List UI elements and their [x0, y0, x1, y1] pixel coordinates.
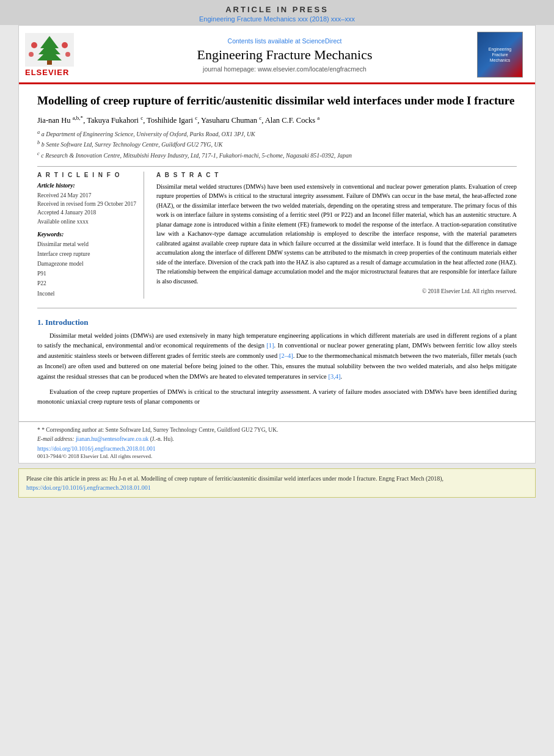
intro-para-2: Evaluation of the creep rupture properti… [37, 387, 517, 408]
accepted-date: Accepted 4 January 2018 [37, 208, 136, 217]
email-link[interactable]: jianan.hu@sentesoftware.co.uk [76, 436, 148, 442]
journal-title-area: Contents lists available at ScienceDirec… [92, 37, 477, 73]
intro-para-1: Dissimilar metal welded joints (DMWs) ar… [37, 331, 517, 382]
elsevier-logo-area: ELSEVIER [25, 33, 92, 77]
keyword-3: Damagezone model [37, 259, 136, 269]
two-col-section: A R T I C L E I N F O Article history: R… [37, 172, 517, 299]
email-person-note: (J.-n. Hu). [150, 436, 174, 442]
cite-3-4[interactable]: [3,4] [328, 373, 340, 380]
contents-label: Contents lists available at [228, 37, 301, 45]
svg-point-8 [65, 52, 70, 57]
elsevier-logo: ELSEVIER [25, 33, 92, 77]
abstract-paragraph: Dissimilar metal welded structures (DMWs… [156, 182, 517, 286]
svg-point-5 [31, 42, 37, 48]
svg-point-6 [62, 42, 68, 48]
keyword-2: Interface creep rupture [37, 249, 136, 259]
footnote-section: * * Corresponding author at: Sente Softw… [19, 421, 535, 463]
copyright-line: © 2018 Elsevier Ltd. All rights reserved… [156, 288, 517, 294]
keyword-4: P91 [37, 269, 136, 278]
author-chuman: Yasuharu Chuman [201, 116, 259, 125]
affil-a: a a Department of Engineering Science, U… [37, 129, 517, 139]
email-note: E-mail address: jianan.hu@sentesoftware.… [37, 435, 517, 443]
elsevier-brand-text: ELSEVIER [25, 68, 69, 77]
intro-body-text: Dissimilar metal welded joints (DMWs) ar… [37, 331, 517, 408]
email-label: E-mail address: [37, 436, 75, 442]
bottom-notice: Please cite this article in press as: Hu… [18, 468, 536, 498]
science-direct-link[interactable]: ScienceDirect [302, 37, 342, 45]
keyword-5: P22 [37, 278, 136, 288]
journal-title: Engineering Fracture Mechanics [92, 47, 477, 63]
author-fukahori: Takuya Fukahori [87, 116, 140, 125]
article-history-label: Article history: [37, 182, 136, 189]
affil-b: b b Sente Software Ltd, Surrey Technolog… [37, 139, 517, 149]
contents-line: Contents lists available at ScienceDirec… [92, 37, 477, 45]
author-igari: Toshihide Igari [147, 116, 195, 125]
article-info-heading: A R T I C L E I N F O [37, 172, 136, 178]
received-revised-date: Received in revised form 29 October 2017 [37, 200, 136, 208]
article-info-col: A R T I C L E I N F O Article history: R… [37, 172, 144, 299]
bottom-notice-text: Please cite this article in press as: Hu… [26, 475, 443, 482]
received-date: Received 24 May 2017 [37, 191, 136, 200]
article-body: Modelling of creep rupture of ferritic/a… [19, 84, 535, 305]
journal-ref-line: Engineering Fracture Mechanics xxx (2018… [0, 15, 554, 23]
doi-link[interactable]: https://doi.org/10.1016/j.engfracmech.20… [37, 446, 156, 452]
journal-homepage: journal homepage: www.elsevier.com/locat… [92, 65, 477, 73]
affil-sup-hu: a,b,* [73, 115, 84, 121]
affil-c: c c Research & Innovation Centre, Mitsub… [37, 150, 517, 160]
bottom-notice-doi[interactable]: https://doi.org/10.1016/j.engfracmech.20… [26, 484, 151, 491]
abstract-text: Dissimilar metal welded structures (DMWs… [156, 182, 517, 286]
affiliations: a a Department of Engineering Science, U… [37, 129, 517, 160]
keywords-list: Dissimilar metal weld Interface creep ru… [37, 239, 136, 299]
author-hu: Jia-nan Hu [37, 116, 73, 125]
elsevier-tree-icon [25, 33, 74, 67]
introduction-section: 1. Introduction Dissimilar metal welded … [19, 311, 535, 419]
cite-1[interactable]: [1] [266, 342, 274, 349]
body-divider [37, 308, 517, 308]
keyword-6: Inconel [37, 289, 136, 299]
available-online: Available online xxxx [37, 217, 136, 226]
author-cocks: Alan C.F. Cocks [265, 116, 317, 125]
keyword-1: Dissimilar metal weld [37, 239, 136, 249]
journal-header: ELSEVIER Contents lists available at Sci… [19, 26, 535, 84]
doi-line: https://doi.org/10.1016/j.engfracmech.20… [37, 446, 517, 452]
corresponding-author-note: * * Corresponding author at: Sente Softw… [37, 426, 517, 434]
top-banner: ARTICLE IN PRESS Engineering Fracture Me… [0, 0, 554, 25]
affil-sup-ck: a [317, 115, 319, 121]
section-1-title: 1. Introduction [37, 318, 517, 327]
thumb-text: EngineeringFractureMechanics [489, 46, 511, 63]
keywords-label: Keywords: [37, 231, 136, 238]
issn-line: 0013-7944/© 2018 Elsevier Ltd. All right… [37, 453, 517, 459]
article-in-press-label: ARTICLE IN PRESS [0, 5, 554, 14]
main-container: ELSEVIER Contents lists available at Sci… [18, 25, 536, 463]
svg-point-7 [29, 52, 34, 57]
header-divider [37, 166, 517, 167]
journal-thumbnail: EngineeringFractureMechanics [477, 32, 523, 78]
abstract-heading: A B S T R A C T [156, 172, 517, 178]
cite-2-4[interactable]: [2–4] [279, 352, 293, 359]
abstract-col: A B S T R A C T Dissimilar metal welded … [156, 172, 517, 299]
authors-line: Jia-nan Hu a,b,*, Takuya Fukahori c, Tos… [37, 115, 517, 125]
article-title: Modelling of creep rupture of ferritic/a… [37, 93, 517, 109]
